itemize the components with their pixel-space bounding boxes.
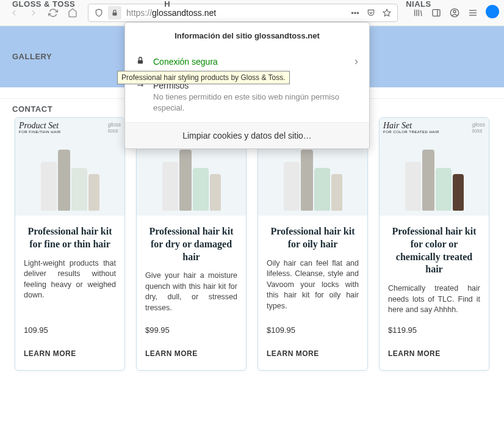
clear-cookies-button[interactable]: Limpiar cookies y datos del sitio… xyxy=(125,122,369,148)
popup-secure-row[interactable]: Conexión segura › xyxy=(125,49,369,74)
page-title-tooltip: Professional hair styling products by Gl… xyxy=(117,71,290,84)
nav-item-hidden-1[interactable]: H xyxy=(164,0,170,20)
svg-point-15 xyxy=(142,85,143,86)
product-title: Professional hair kit for oily hair xyxy=(267,225,359,251)
url-bar[interactable]: https://glossandtoss.net ••• xyxy=(88,4,398,22)
svg-rect-0 xyxy=(113,13,117,16)
site-info-popup: Información del sitio glossandtoss.net C… xyxy=(124,22,370,149)
svg-rect-12 xyxy=(138,60,143,64)
permissions-text: No tienes permitido en este sitio web ni… xyxy=(125,92,369,122)
product-price: $99.95 xyxy=(145,326,237,335)
product-title: Professional hair kit for color or chemi… xyxy=(388,225,480,276)
product-price: $109.95 xyxy=(267,326,359,335)
product-card: glosstoss Professional hair kit for dry … xyxy=(136,117,247,371)
brand-logo: glosstoss xyxy=(472,122,485,134)
lock-icon[interactable] xyxy=(108,6,121,20)
product-image: Hair SetFOR COLOR TREATED HAIR glosstoss xyxy=(380,118,489,216)
product-tag: Product SetFOR FINE/THIN HAIR xyxy=(19,122,61,134)
nav-item-hidden-2[interactable]: NIALS xyxy=(406,0,431,20)
product-image: Product SetFOR FINE/THIN HAIR glosstoss xyxy=(15,118,124,216)
pocket-icon[interactable] xyxy=(364,6,378,20)
bookmark-star-icon[interactable] xyxy=(380,6,394,20)
learn-more-link[interactable]: LEARN MORE xyxy=(267,349,359,358)
lock-icon xyxy=(136,56,146,67)
page-actions-icon[interactable]: ••• xyxy=(348,6,362,20)
chevron-right-icon: › xyxy=(355,55,358,68)
learn-more-link[interactable]: LEARN MORE xyxy=(388,349,480,358)
product-description: Light-weight products that deliver resul… xyxy=(24,258,116,316)
product-description: Oily hair can feel flat and lifeless. Cl… xyxy=(267,258,359,316)
nav-gloss-and-toss[interactable]: GLOSS & TOSS xyxy=(12,0,75,20)
svg-point-5 xyxy=(453,10,456,13)
url-text[interactable]: https://glossandtoss.net xyxy=(124,8,346,18)
product-tag: Hair SetFOR COLOR TREATED HAIR xyxy=(383,122,439,134)
product-card: Hair SetFOR COLOR TREATED HAIR glosstoss… xyxy=(379,117,489,371)
product-title: Professional hair kit for dry or damaged… xyxy=(145,225,237,263)
product-card: glosstoss Professional hair kit for oily… xyxy=(257,117,368,371)
svg-marker-1 xyxy=(383,9,391,16)
product-price: $119.95 xyxy=(388,326,480,335)
product-grid: Product SetFOR FINE/THIN HAIR glosstoss … xyxy=(15,117,489,371)
svg-rect-2 xyxy=(433,10,440,16)
menu-icon[interactable] xyxy=(466,6,480,20)
product-description: Give your hair a moisture quench with th… xyxy=(145,271,237,315)
sidebar-icon[interactable] xyxy=(430,6,443,20)
product-price: 109.95 xyxy=(24,326,116,335)
popup-title: Información del sitio glossandtoss.net xyxy=(125,23,369,49)
product-card: Product SetFOR FINE/THIN HAIR glosstoss … xyxy=(15,117,125,371)
product-description: Chemically treated hair needs lots of TL… xyxy=(388,283,480,316)
whats-new-icon[interactable] xyxy=(484,6,498,20)
product-title: Professional hair kit for fine or thin h… xyxy=(24,225,116,251)
brand-logo: glosstoss xyxy=(108,122,121,134)
learn-more-link[interactable]: LEARN MORE xyxy=(24,349,116,358)
account-icon[interactable] xyxy=(448,6,461,20)
nav-gallery[interactable]: GALLERY xyxy=(12,42,52,72)
tracking-shield-icon[interactable] xyxy=(92,6,106,20)
secure-label: Conexión segura xyxy=(153,57,347,67)
learn-more-link[interactable]: LEARN MORE xyxy=(145,349,237,358)
